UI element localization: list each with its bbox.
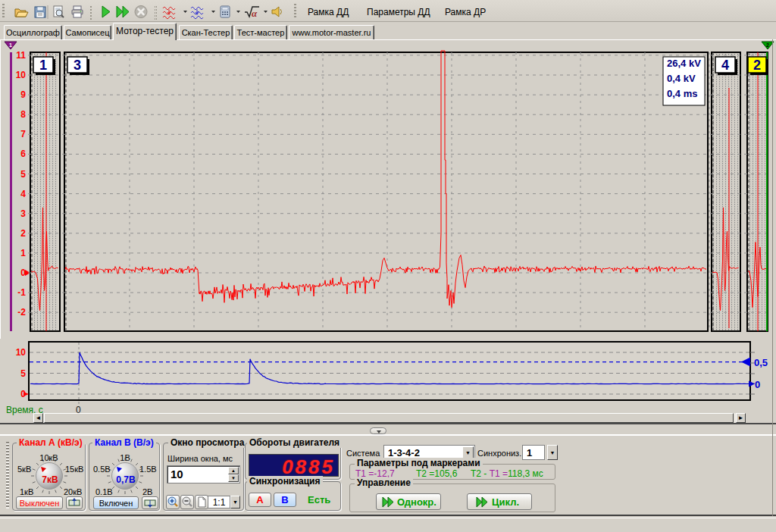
svg-text:10: 10: [16, 347, 27, 358]
svg-text:-1: -1: [17, 287, 26, 298]
svg-text:11: 11: [16, 50, 26, 61]
svg-text:5: 5: [20, 169, 26, 180]
svg-text:0,4 kV: 0,4 kV: [667, 73, 696, 84]
svg-text:0,4 ms: 0,4 ms: [667, 88, 697, 99]
svg-text:-2: -2: [17, 307, 26, 318]
svg-text:0,7В: 0,7В: [116, 474, 136, 485]
svg-text:3: 3: [20, 208, 26, 219]
svg-text:2: 2: [766, 42, 769, 48]
svg-text:6: 6: [20, 149, 26, 159]
svg-text:26,4 kV: 26,4 kV: [667, 58, 701, 69]
svg-text:9: 9: [20, 89, 26, 100]
svg-text:0: 0: [755, 379, 760, 390]
svg-text:5: 5: [20, 368, 26, 379]
svg-text:1: 1: [39, 58, 47, 73]
svg-text:3: 3: [74, 58, 81, 73]
svg-text:8: 8: [20, 109, 26, 120]
svg-text:2: 2: [20, 228, 26, 239]
svg-text:1: 1: [9, 42, 12, 48]
svg-text:4: 4: [721, 58, 729, 73]
svg-text:2: 2: [753, 58, 761, 73]
svg-text:7: 7: [20, 129, 26, 139]
svg-text:α: α: [252, 8, 258, 19]
svg-text:7кВ: 7кВ: [42, 474, 58, 485]
svg-text:10: 10: [16, 70, 27, 80]
svg-text:1: 1: [20, 248, 26, 258]
svg-text:4: 4: [20, 189, 26, 199]
svg-text:0,5: 0,5: [754, 357, 768, 368]
